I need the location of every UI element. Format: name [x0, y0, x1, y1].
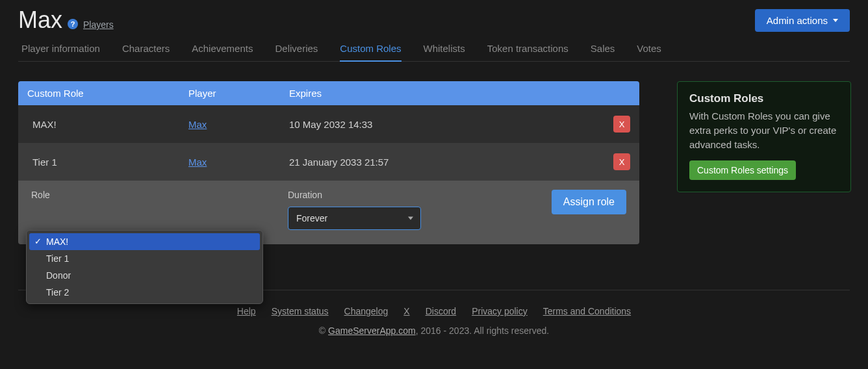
role-option[interactable]: Tier 1: [29, 250, 260, 267]
role-option[interactable]: Tier 2: [29, 284, 260, 301]
assign-form: Role MAX!Tier 1DonorTier 2 Duration Fore…: [18, 181, 639, 244]
custom-roles-settings-button[interactable]: Custom Roles settings: [689, 160, 796, 180]
player-link[interactable]: Max: [188, 119, 207, 130]
admin-actions-button[interactable]: Admin actions: [755, 9, 850, 32]
cell-role: MAX!: [32, 119, 188, 130]
cell-expires: 21 January 2033 21:57: [289, 157, 598, 168]
page-title: Max: [18, 6, 62, 34]
role-option[interactable]: MAX!: [29, 233, 260, 250]
tab-custom-roles[interactable]: Custom Roles: [340, 39, 401, 62]
role-dropdown[interactable]: MAX!Tier 1DonorTier 2: [26, 230, 263, 304]
copyright-suffix: , 2016 - 2023. All rights reserved.: [416, 325, 549, 336]
footer-link[interactable]: Help: [237, 306, 256, 316]
delete-button[interactable]: X: [613, 153, 630, 170]
info-card: Custom Roles With Custom Roles you can g…: [677, 81, 851, 192]
copyright-prefix: ©: [319, 325, 328, 336]
player-link[interactable]: Max: [188, 157, 207, 168]
tab-achievements[interactable]: Achievements: [192, 39, 253, 62]
roles-table: Custom Role Player Expires MAX!Max10 May…: [18, 81, 639, 244]
card-title: Custom Roles: [689, 92, 839, 105]
assign-role-button[interactable]: Assign role: [552, 190, 626, 214]
table-row: MAX!Max10 May 2032 14:33X: [18, 105, 639, 143]
th-role: Custom Role: [27, 88, 188, 99]
caret-down-icon: [833, 19, 838, 22]
footer-link[interactable]: Changelog: [344, 306, 389, 316]
tab-player-information[interactable]: Player information: [21, 39, 100, 62]
table-header: Custom Role Player Expires: [18, 81, 639, 105]
help-icon[interactable]: ?: [68, 19, 78, 29]
tab-whitelists[interactable]: Whitelists: [424, 39, 465, 62]
role-option[interactable]: Donor: [29, 267, 260, 284]
duration-label: Duration: [288, 190, 496, 200]
tabs-bar: Player informationCharactersAchievements…: [18, 39, 850, 62]
delete-button[interactable]: X: [613, 116, 630, 133]
footer-link[interactable]: Discord: [426, 306, 456, 316]
tab-characters[interactable]: Characters: [122, 39, 170, 62]
role-label: Role: [31, 190, 288, 200]
page-header: Max ? Players Admin actions: [18, 6, 850, 34]
copyright-link[interactable]: GameServerApp.com: [328, 325, 416, 336]
footer-link[interactable]: Terms and Conditions: [543, 306, 631, 316]
tab-votes[interactable]: Votes: [637, 39, 661, 62]
duration-select[interactable]: Forever: [288, 207, 421, 230]
th-expires: Expires: [289, 88, 598, 99]
card-text: With Custom Roles you can give extra per…: [689, 109, 839, 151]
tab-deliveries[interactable]: Deliveries: [275, 39, 318, 62]
footer-link[interactable]: X: [403, 306, 409, 316]
cell-role: Tier 1: [32, 157, 188, 168]
tab-token-transactions[interactable]: Token transactions: [487, 39, 568, 62]
cell-expires: 10 May 2032 14:33: [289, 119, 598, 130]
tab-sales[interactable]: Sales: [591, 39, 615, 62]
footer-link[interactable]: Privacy policy: [472, 306, 528, 316]
th-player: Player: [188, 88, 289, 99]
breadcrumb-players[interactable]: Players: [83, 19, 114, 30]
footer-link[interactable]: System status: [272, 306, 329, 316]
admin-actions-label: Admin actions: [767, 15, 828, 26]
table-row: Tier 1Max21 January 2033 21:57X: [18, 143, 639, 181]
